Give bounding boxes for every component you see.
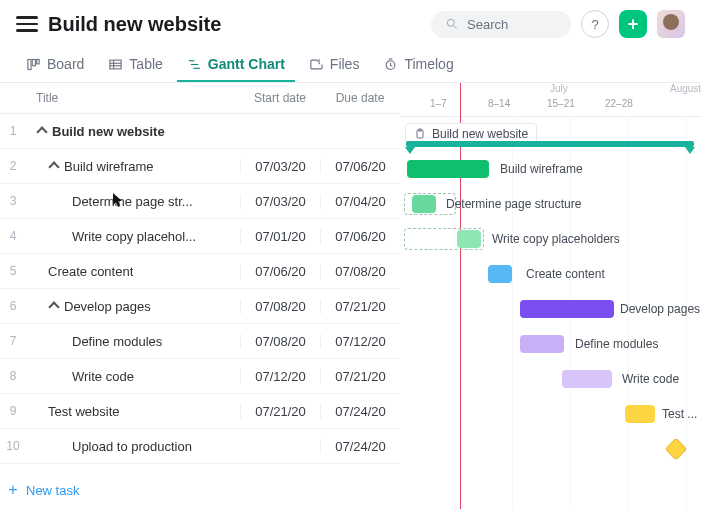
row-number: 6 xyxy=(0,299,26,313)
week-label: 22–28 xyxy=(605,98,633,109)
start-cell[interactable]: 07/03/20 xyxy=(240,194,320,209)
gantt-bar[interactable] xyxy=(457,230,481,248)
task-title-cell[interactable]: Write code xyxy=(26,369,240,384)
week-label: 8–14 xyxy=(488,98,510,109)
summary-bar[interactable] xyxy=(406,141,694,147)
task-title: Develop pages xyxy=(64,299,151,314)
timeline-header: JulyAugust 1–78–1415–2122–28 xyxy=(400,83,701,117)
new-task-button[interactable]: + New task xyxy=(0,471,400,509)
task-title-cell[interactable]: Upload to production xyxy=(26,439,240,454)
gantt-row: Develop pages xyxy=(400,292,701,327)
week-label: 15–21 xyxy=(547,98,575,109)
gantt-row: Define modules xyxy=(400,327,701,362)
chevron-icon[interactable] xyxy=(48,300,60,312)
month-label: July xyxy=(550,83,568,94)
gantt-row: Create content xyxy=(400,257,701,292)
gantt-bar[interactable] xyxy=(520,300,614,318)
tab-label: Gantt Chart xyxy=(208,56,285,72)
gantt-bar-label: Develop pages xyxy=(620,302,700,316)
tab-label: Table xyxy=(129,56,162,72)
due-cell[interactable]: 07/12/20 xyxy=(320,334,400,349)
search-placeholder: Search xyxy=(467,17,508,32)
svg-point-0 xyxy=(447,19,454,26)
gantt-bar[interactable] xyxy=(520,335,564,353)
gantt-bar-label: Determine page structure xyxy=(446,197,581,211)
start-cell[interactable]: 07/12/20 xyxy=(240,369,320,384)
due-cell[interactable]: 07/24/20 xyxy=(320,404,400,419)
task-title-cell[interactable]: Build wireframe xyxy=(26,159,240,174)
start-cell[interactable]: 07/08/20 xyxy=(240,299,320,314)
due-cell[interactable]: 07/06/20 xyxy=(320,159,400,174)
start-cell[interactable]: 07/06/20 xyxy=(240,264,320,279)
table-row[interactable]: 3Determine page str...07/03/2007/04/20 xyxy=(0,184,400,219)
due-cell[interactable]: 07/21/20 xyxy=(320,369,400,384)
tab-gantt[interactable]: Gantt Chart xyxy=(177,48,295,82)
due-cell[interactable]: 07/06/20 xyxy=(320,229,400,244)
start-cell[interactable]: 07/08/20 xyxy=(240,334,320,349)
search-icon xyxy=(445,17,459,31)
table-row[interactable]: 1Build new website xyxy=(0,114,400,149)
row-number: 7 xyxy=(0,334,26,348)
gantt-bar[interactable] xyxy=(407,160,489,178)
table-row[interactable]: 9Test website07/21/2007/24/20 xyxy=(0,394,400,429)
add-button[interactable]: + xyxy=(619,10,647,38)
start-cell[interactable]: 07/21/20 xyxy=(240,404,320,419)
table-row[interactable]: 10Upload to production07/24/20 xyxy=(0,429,400,464)
clipboard-icon xyxy=(414,128,426,140)
table-row[interactable]: 5Create content07/06/2007/08/20 xyxy=(0,254,400,289)
start-cell[interactable]: 07/01/20 xyxy=(240,229,320,244)
table-row[interactable]: 6Develop pages07/08/2007/21/20 xyxy=(0,289,400,324)
page-title: Build new website xyxy=(48,13,221,36)
month-label: August xyxy=(670,83,701,94)
tab-timelog[interactable]: Timelog xyxy=(373,48,463,82)
task-title-cell[interactable]: Build new website xyxy=(26,124,240,139)
task-title-cell[interactable]: Define modules xyxy=(26,334,240,349)
chevron-icon[interactable] xyxy=(48,160,60,172)
table-row[interactable]: 4Write copy placehol...07/01/2007/06/20 xyxy=(0,219,400,254)
gantt-bar[interactable] xyxy=(412,195,436,213)
search-input[interactable]: Search xyxy=(431,11,571,38)
avatar[interactable] xyxy=(657,10,685,38)
col-due[interactable]: Due date xyxy=(320,91,400,105)
col-title[interactable]: Title xyxy=(26,91,240,105)
task-title-cell[interactable]: Write copy placehol... xyxy=(26,229,240,244)
help-button[interactable]: ? xyxy=(581,10,609,38)
gantt-row: Determine page structure xyxy=(400,187,701,222)
gantt-bar-label: Define modules xyxy=(575,337,658,351)
task-title-cell[interactable]: Determine page str... xyxy=(26,194,240,209)
task-title: Create content xyxy=(48,264,133,279)
table-row[interactable]: 8Write code07/12/2007/21/20 xyxy=(0,359,400,394)
due-cell[interactable]: 07/04/20 xyxy=(320,194,400,209)
table-row[interactable]: 7Define modules07/08/2007/12/20 xyxy=(0,324,400,359)
menu-icon[interactable] xyxy=(16,13,38,35)
new-task-label: New task xyxy=(26,483,79,498)
task-title: Test website xyxy=(48,404,120,419)
tab-board[interactable]: Board xyxy=(16,48,94,82)
gantt-area[interactable]: JulyAugust 1–78–1415–2122–28 Build new w… xyxy=(400,83,701,509)
gantt-bar[interactable] xyxy=(488,265,512,283)
task-title-cell[interactable]: Develop pages xyxy=(26,299,240,314)
row-number: 5 xyxy=(0,264,26,278)
due-cell[interactable]: 07/24/20 xyxy=(320,439,400,454)
plus-icon: + xyxy=(0,481,26,499)
svg-rect-2 xyxy=(28,59,31,69)
chevron-icon[interactable] xyxy=(36,125,48,137)
gantt-bar-label: Create content xyxy=(526,267,605,281)
gantt-bar[interactable] xyxy=(562,370,612,388)
gantt-row xyxy=(400,432,701,467)
task-title-cell[interactable]: Create content xyxy=(26,264,240,279)
tab-files[interactable]: Files xyxy=(299,48,370,82)
gantt-row: Build new website xyxy=(400,117,701,152)
table-row[interactable]: 2Build wireframe07/03/2007/06/20 xyxy=(0,149,400,184)
tab-label: Files xyxy=(330,56,360,72)
gantt-row: Build wireframe xyxy=(400,152,701,187)
start-cell[interactable]: 07/03/20 xyxy=(240,159,320,174)
due-cell[interactable]: 07/08/20 xyxy=(320,264,400,279)
due-cell[interactable]: 07/21/20 xyxy=(320,299,400,314)
col-start[interactable]: Start date xyxy=(240,91,320,105)
gantt-bar[interactable] xyxy=(625,405,655,423)
tab-table[interactable]: Table xyxy=(98,48,172,82)
task-title-cell[interactable]: Test website xyxy=(26,404,240,419)
gantt-bar-label: Write copy placeholders xyxy=(492,232,620,246)
milestone-icon[interactable] xyxy=(665,438,688,461)
